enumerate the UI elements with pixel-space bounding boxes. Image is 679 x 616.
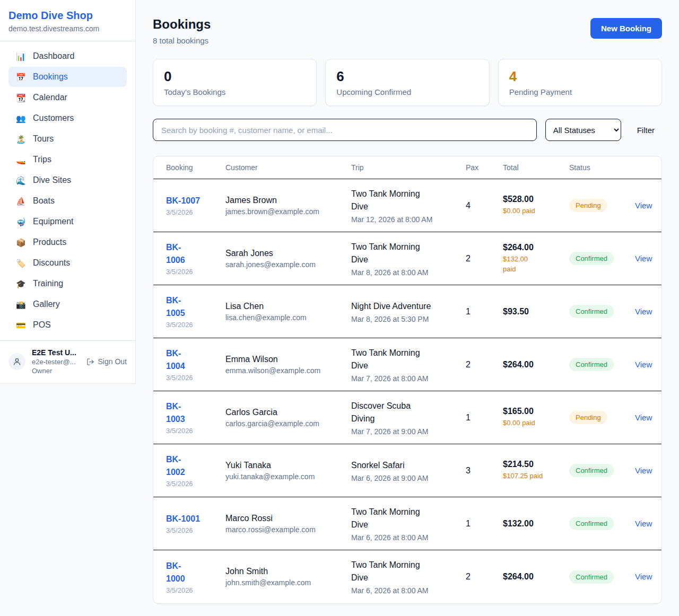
customer-cell: Lisa Chen lisa.chen@example.com <box>225 302 351 322</box>
trip-name: Two Tank Morning Dive <box>351 506 458 531</box>
sidebar-item-tours[interactable]: 🏝️Tours <box>8 129 127 149</box>
table-row: BK- 1000 3/5/2026 John Smith john.smith@… <box>153 550 661 603</box>
view-link[interactable]: View <box>635 307 652 316</box>
sidebar-item-label: Products <box>33 237 66 247</box>
sidebar-item-label: Tours <box>33 134 54 144</box>
user-email: e2e-tester@... <box>32 358 80 366</box>
stat-label: Upcoming Confirmed <box>336 87 478 96</box>
trip-name: Two Tank Morning Dive <box>351 559 458 584</box>
new-booking-button[interactable]: New Booking <box>590 18 662 39</box>
trip-datetime: Mar 6, 2026 at 9:00 AM <box>351 474 458 482</box>
pax-cell: 1 <box>466 413 503 423</box>
sidebar-item-label: Bookings <box>33 72 68 82</box>
view-link[interactable]: View <box>635 519 652 528</box>
view-link[interactable]: View <box>635 572 652 581</box>
status-badge: Confirmed <box>569 570 614 584</box>
actions-cell: View <box>635 360 649 369</box>
booking-id-link[interactable]: BK-1007 <box>166 195 218 207</box>
sidebar-item-training[interactable]: 🎓Training <box>8 274 127 294</box>
trip-cell: Snorkel Safari Mar 6, 2026 at 9:00 AM <box>351 459 466 482</box>
customer-cell: Carlos Garcia carlos.garcia@example.com <box>225 408 351 428</box>
stat-card-todays-bookings: 0 Today's Bookings <box>153 59 317 106</box>
sidebar-item-label: Trips <box>33 155 51 164</box>
user-meta: E2E Test U... e2e-tester@... Owner <box>32 348 80 375</box>
table-row: BK- 1005 3/5/2026 Lisa Chen lisa.chen@ex… <box>153 285 661 338</box>
sign-out-icon <box>86 358 94 366</box>
sidebar-item-discounts[interactable]: 🏷️Discounts <box>8 253 127 273</box>
status-cell: Confirmed <box>569 517 635 530</box>
sidebar-item-label: Gallery <box>33 300 60 309</box>
booking-id-link[interactable]: BK- 1006 <box>166 241 218 267</box>
trip-cell: Two Tank Morning Dive Mar 6, 2026 at 8:0… <box>351 506 466 542</box>
dive-sites-icon: 🌊 <box>16 177 25 184</box>
customer-email: emma.wilson@example.com <box>225 366 344 375</box>
trip-datetime: Mar 7, 2026 at 9:00 AM <box>351 427 458 436</box>
booking-id-link[interactable]: BK- 1000 <box>166 560 218 585</box>
trip-cell: Two Tank Morning Dive Mar 12, 2026 at 8:… <box>351 188 466 224</box>
view-link[interactable]: View <box>635 254 652 263</box>
view-link[interactable]: View <box>635 466 652 475</box>
stat-card-pending-payment: 4 Pending Payment <box>498 59 662 106</box>
customer-email: lisa.chen@example.com <box>225 313 344 322</box>
sidebar-item-boats[interactable]: ⛵Boats <box>8 191 127 211</box>
paid-amount: $107.25 paid <box>503 471 562 481</box>
status-cell: Confirmed <box>569 305 635 318</box>
table-row: BK- 1004 3/5/2026 Emma Wilson emma.wilso… <box>153 338 661 391</box>
trip-name: Snorkel Safari <box>351 459 458 472</box>
filter-button[interactable]: Filter <box>630 126 662 135</box>
status-badge: Confirmed <box>569 358 614 371</box>
trip-datetime: Mar 6, 2026 at 8:00 AM <box>351 533 458 542</box>
actions-cell: View <box>635 572 649 582</box>
customer-cell: Sarah Jones sarah.jones@example.com <box>225 249 351 269</box>
booking-id-link[interactable]: BK- 1005 <box>166 294 218 320</box>
sidebar-item-customers[interactable]: 👥Customers <box>8 108 127 128</box>
customer-email: james.brown@example.com <box>225 207 344 216</box>
booking-date: 3/5/2026 <box>166 480 218 488</box>
sidebar-item-dashboard[interactable]: 📊Dashboard <box>8 46 127 66</box>
customer-cell: Emma Wilson emma.wilson@example.com <box>225 355 351 375</box>
view-link[interactable]: View <box>635 360 652 369</box>
column-header-pax: Pax <box>466 163 503 172</box>
trip-cell: Night Dive Adventure Mar 8, 2026 at 5:30… <box>351 300 466 323</box>
sign-out-button[interactable]: Sign Out <box>86 357 127 366</box>
view-link[interactable]: View <box>635 201 652 210</box>
customer-cell: Yuki Tanaka yuki.tanaka@example.com <box>225 461 351 481</box>
sidebar-item-equipment[interactable]: 🤿Equipment <box>8 212 127 232</box>
sidebar-item-gallery[interactable]: 📸Gallery <box>8 294 127 314</box>
status-filter-select[interactable]: All Statuses <box>545 119 621 141</box>
total-amount: $132.00 <box>503 519 562 529</box>
sidebar-item-label: Calendar <box>33 93 67 102</box>
table-row: BK- 1003 3/5/2026 Carlos Garcia carlos.g… <box>153 391 661 444</box>
customer-cell: John Smith john.smith@example.com <box>225 567 351 587</box>
sidebar-item-bookings[interactable]: 📅Bookings <box>8 67 127 87</box>
avatar <box>8 353 25 370</box>
booking-cell: BK-1001 3/5/2026 <box>166 513 225 534</box>
stat-label: Pending Payment <box>509 87 651 96</box>
view-link[interactable]: View <box>635 413 652 422</box>
table-row: BK-1001 3/5/2026 Marco Rossi marco.rossi… <box>153 497 661 550</box>
status-badge: Pending <box>569 411 607 424</box>
sidebar-item-products[interactable]: 📦Products <box>8 232 127 252</box>
search-input[interactable] <box>153 119 537 141</box>
sidebar-item-dive-sites[interactable]: 🌊Dive Sites <box>8 170 127 190</box>
boats-icon: ⛵ <box>16 197 25 205</box>
page-header: Bookings 8 total bookings New Booking <box>153 17 662 45</box>
pax-cell: 1 <box>466 307 503 316</box>
total-cell: $165.00 $0.00 paid <box>503 407 569 428</box>
main-content: Bookings 8 total bookings New Booking 0 … <box>136 0 679 616</box>
sidebar-item-pos[interactable]: 💳POS <box>8 315 127 335</box>
total-amount: $93.50 <box>503 307 562 316</box>
sidebar-item-trips[interactable]: 🚤Trips <box>8 149 127 170</box>
booking-id-link[interactable]: BK- 1004 <box>166 347 218 373</box>
trip-name: Two Tank Morning Dive <box>351 188 458 213</box>
status-badge: Confirmed <box>569 252 614 265</box>
bookings-count: 8 total bookings <box>153 36 211 45</box>
trip-name: Two Tank Morning Dive <box>351 241 458 266</box>
booking-id-link[interactable]: BK- 1003 <box>166 400 218 426</box>
sidebar-item-label: Boats <box>33 196 55 206</box>
booking-id-link[interactable]: BK- 1002 <box>166 453 218 479</box>
shop-name: Demo Dive Shop <box>8 10 127 22</box>
sidebar-item-calendar[interactable]: 📆Calendar <box>8 87 127 108</box>
sidebar-item-label: Discounts <box>33 258 70 268</box>
booking-id-link[interactable]: BK-1001 <box>166 513 218 525</box>
